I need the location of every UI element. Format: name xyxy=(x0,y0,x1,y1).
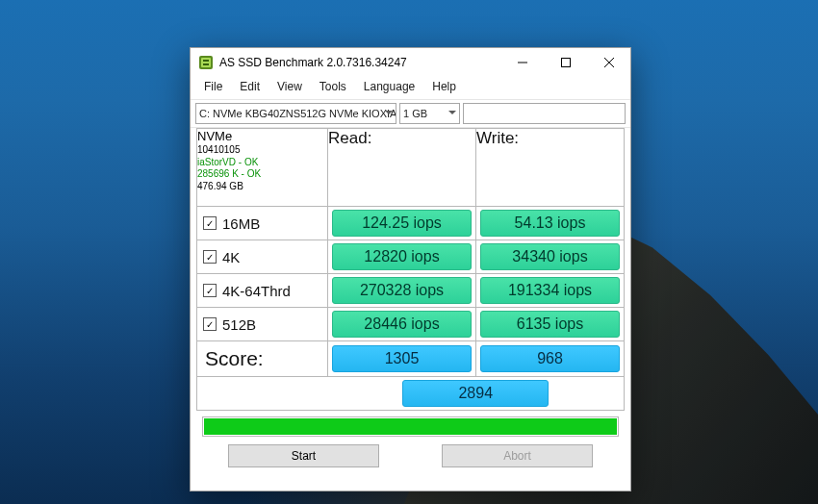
drive-name: NVMe xyxy=(197,129,327,144)
drive-alignment-status: 285696 K - OK xyxy=(197,168,327,181)
drive-select[interactable]: C: NVMe KBG40ZNS512G NVMe KIOXIA xyxy=(195,103,396,124)
size-select[interactable]: 1 GB xyxy=(399,103,460,124)
row-4k64thrd-read: 270328 iops xyxy=(332,277,472,304)
write-header: Write: xyxy=(476,129,625,207)
row-4k64thrd-label: ✓4K-64Thrd xyxy=(197,283,327,299)
results-area: NVMe 10410105 iaStorVD - OK 285696 K - O… xyxy=(191,128,630,467)
menu-tools[interactable]: Tools xyxy=(312,78,354,97)
score-label: Score: xyxy=(197,347,327,370)
row-512b-checkbox[interactable]: ✓ xyxy=(203,317,217,331)
row-4k-read: 12820 iops xyxy=(332,243,472,270)
row-512b-label: ✓512B xyxy=(197,316,327,333)
size-select-value: 1 GB xyxy=(403,108,427,119)
svg-rect-5 xyxy=(561,59,570,67)
menu-edit[interactable]: Edit xyxy=(232,78,268,97)
row-512b-read: 28446 iops xyxy=(332,311,472,338)
drive-info-cell: NVMe 10410105 iaStorVD - OK 285696 K - O… xyxy=(197,129,328,207)
minimize-button[interactable] xyxy=(500,48,544,77)
drive-select-value: C: NVMe KBG40ZNS512G NVMe KIOXIA xyxy=(199,108,396,119)
row-16mb-checkbox[interactable]: ✓ xyxy=(203,216,217,230)
row-4k-label: ✓4K xyxy=(197,249,327,265)
toolbar: C: NVMe KBG40ZNS512G NVMe KIOXIA 1 GB xyxy=(191,100,630,128)
start-button[interactable]: Start xyxy=(228,444,379,467)
menubar: File Edit View Tools Language Help xyxy=(191,78,630,100)
row-512b-write: 6135 iops xyxy=(480,311,620,338)
row-16mb-label: ✓16MB xyxy=(197,215,327,232)
drive-capacity: 476.94 GB xyxy=(197,181,327,193)
progress-bar xyxy=(202,416,619,437)
menu-view[interactable]: View xyxy=(269,78,310,97)
score-read: 1305 xyxy=(332,345,472,372)
drive-driver-status: iaStorVD - OK xyxy=(197,157,327,169)
row-16mb-write: 54.13 iops xyxy=(480,210,620,237)
score-total: 2894 xyxy=(402,380,549,407)
row-4k-write: 34340 iops xyxy=(480,243,620,270)
desktop-background: AS SSD Benchmark 2.0.7316.34247 File Edi… xyxy=(0,0,818,504)
button-row: Start Abort xyxy=(196,444,625,467)
read-header: Read: xyxy=(328,129,476,207)
maximize-button[interactable] xyxy=(544,48,587,77)
score-write: 968 xyxy=(480,345,620,372)
svg-rect-1 xyxy=(201,58,211,67)
drive-id: 10410105 xyxy=(197,144,327,157)
row-4k-checkbox[interactable]: ✓ xyxy=(203,250,217,264)
row-4k64thrd-write: 191334 iops xyxy=(480,277,620,304)
text-input[interactable] xyxy=(463,103,626,124)
svg-rect-3 xyxy=(203,63,209,65)
svg-rect-2 xyxy=(203,60,209,62)
window-title: AS SSD Benchmark 2.0.7316.34247 xyxy=(219,56,407,69)
progress-fill xyxy=(204,418,617,435)
results-table: NVMe 10410105 iaStorVD - OK 285696 K - O… xyxy=(196,128,625,411)
row-4k64thrd-checkbox[interactable]: ✓ xyxy=(203,284,217,297)
row-16mb-read: 124.25 iops xyxy=(332,210,472,237)
close-button[interactable] xyxy=(587,48,630,77)
titlebar[interactable]: AS SSD Benchmark 2.0.7316.34247 xyxy=(191,48,630,78)
abort-button: Abort xyxy=(442,444,593,467)
menu-help[interactable]: Help xyxy=(424,78,464,97)
app-icon xyxy=(198,55,214,70)
app-window: AS SSD Benchmark 2.0.7316.34247 File Edi… xyxy=(190,47,631,491)
menu-file[interactable]: File xyxy=(196,78,230,97)
menu-language[interactable]: Language xyxy=(356,78,422,97)
